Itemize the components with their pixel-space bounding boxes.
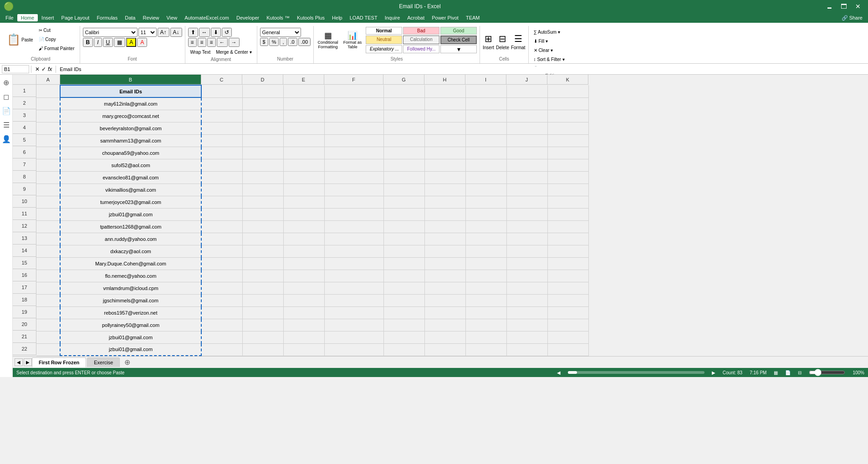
sidebar-icon-3[interactable]: 📄	[0, 105, 13, 117]
cell-k2[interactable]	[547, 97, 588, 110]
fill-color-button[interactable]: A	[126, 38, 136, 47]
cell-j16[interactable]	[506, 270, 547, 282]
sheet-tab-exercise[interactable]: Exercise	[87, 357, 120, 367]
cell-f21[interactable]	[324, 331, 383, 343]
cell-b20[interactable]: pollyrainey50@gmail.com	[60, 319, 201, 331]
cell-a5[interactable]	[36, 134, 60, 147]
cell-i5[interactable]	[465, 134, 506, 147]
menu-developer[interactable]: Developer	[233, 14, 263, 21]
cell-k10[interactable]	[547, 196, 588, 208]
cell-j19[interactable]	[506, 306, 547, 319]
cell-e14[interactable]	[283, 245, 324, 257]
style-calculation[interactable]: Calculation	[403, 36, 439, 44]
col-header-a[interactable]: A	[36, 75, 60, 85]
comma-button[interactable]: ,	[280, 38, 286, 46]
cell-a15[interactable]	[36, 257, 60, 270]
increase-font-button[interactable]: A↑	[158, 28, 169, 37]
cell-e12[interactable]	[283, 220, 324, 233]
cell-a9[interactable]	[36, 184, 60, 196]
wrap-text-button[interactable]: Wrap Text	[188, 48, 213, 56]
menu-kutools-plus[interactable]: Kutools Plus	[293, 14, 328, 21]
cell-h12[interactable]	[424, 220, 465, 233]
cell-d22[interactable]	[242, 343, 283, 356]
cell-e19[interactable]	[283, 306, 324, 319]
font-size-select[interactable]: 11	[138, 28, 157, 37]
paste-button[interactable]: 📋 Paste	[5, 26, 36, 53]
cell-k8[interactable]	[547, 171, 588, 184]
cell-h6[interactable]	[424, 147, 465, 159]
cell-d15[interactable]	[242, 257, 283, 270]
menu-power-pivot[interactable]: Power Pivot	[428, 14, 462, 21]
cell-h1[interactable]	[424, 85, 465, 97]
cell-a1[interactable]	[36, 85, 60, 97]
indent-increase-button[interactable]: →	[229, 38, 240, 47]
indent-decrease-button[interactable]: ←	[217, 38, 228, 47]
cell-i21[interactable]	[465, 331, 506, 343]
cell-h5[interactable]	[424, 134, 465, 147]
cell-reference-box[interactable]	[2, 65, 29, 73]
cell-h2[interactable]	[424, 97, 465, 110]
col-header-e[interactable]: E	[283, 75, 324, 85]
delete-button[interactable]: ⊟ Delete	[496, 33, 509, 50]
row-header-19[interactable]: 19	[13, 306, 36, 318]
cell-i9[interactable]	[465, 184, 506, 196]
cell-j17[interactable]	[506, 282, 547, 294]
cell-i3[interactable]	[465, 110, 506, 122]
cell-b7[interactable]: sufol52@aol.com	[60, 159, 201, 171]
cell-i4[interactable]	[465, 122, 506, 134]
cell-j13[interactable]	[506, 233, 547, 245]
cell-f13[interactable]	[324, 233, 383, 245]
cell-b11[interactable]: jzbui01@gmail.com	[60, 208, 201, 220]
menu-formulas[interactable]: Formulas	[93, 14, 121, 21]
cell-g13[interactable]	[383, 233, 424, 245]
cell-k16[interactable]	[547, 270, 588, 282]
cell-f1[interactable]	[324, 85, 383, 97]
cell-g9[interactable]	[383, 184, 424, 196]
align-right-button[interactable]: ≡	[207, 38, 216, 47]
cell-a19[interactable]	[36, 306, 60, 319]
styles-expand-button[interactable]: ▾	[440, 45, 477, 53]
cell-k15[interactable]	[547, 257, 588, 270]
cell-h20[interactable]	[424, 319, 465, 331]
cell-d14[interactable]	[242, 245, 283, 257]
cell-b12[interactable]: tpatterson1268@gmail.com	[60, 220, 201, 233]
add-sheet-button[interactable]: ⊕	[121, 357, 134, 367]
cell-g22[interactable]	[383, 343, 424, 356]
cell-g14[interactable]	[383, 245, 424, 257]
font-color-button[interactable]: A	[137, 38, 147, 47]
cell-f18[interactable]	[324, 294, 383, 306]
cell-e13[interactable]	[283, 233, 324, 245]
formula-confirm-icon[interactable]: ✓	[41, 66, 46, 72]
cell-k11[interactable]	[547, 208, 588, 220]
cell-j6[interactable]	[506, 147, 547, 159]
cell-g15[interactable]	[383, 257, 424, 270]
cell-d7[interactable]	[242, 159, 283, 171]
close-button[interactable]: ✕	[852, 0, 864, 13]
cell-f2[interactable]	[324, 97, 383, 110]
cell-h7[interactable]	[424, 159, 465, 171]
row-header-10[interactable]: 10	[13, 195, 36, 208]
cell-d5[interactable]	[242, 134, 283, 147]
cell-f14[interactable]	[324, 245, 383, 257]
menu-team[interactable]: TEAM	[462, 14, 484, 21]
cell-e10[interactable]	[283, 196, 324, 208]
cell-b2[interactable]: may612inla@gmail.com	[60, 97, 201, 110]
cell-j5[interactable]	[506, 134, 547, 147]
cell-a20[interactable]	[36, 319, 60, 331]
cell-e16[interactable]	[283, 270, 324, 282]
cell-g5[interactable]	[383, 134, 424, 147]
cell-e21[interactable]	[283, 331, 324, 343]
decrease-font-button[interactable]: A↓	[170, 28, 182, 37]
cell-f10[interactable]	[324, 196, 383, 208]
cell-h17[interactable]	[424, 282, 465, 294]
menu-data[interactable]: Data	[121, 14, 139, 21]
cell-b3[interactable]: mary.greco@comcast.net	[60, 110, 201, 122]
cell-d10[interactable]	[242, 196, 283, 208]
cell-h10[interactable]	[424, 196, 465, 208]
cell-f20[interactable]	[324, 319, 383, 331]
insert-button[interactable]: ⊞ Insert	[483, 33, 494, 50]
cell-j18[interactable]	[506, 294, 547, 306]
cell-g6[interactable]	[383, 147, 424, 159]
cell-c13[interactable]	[201, 233, 242, 245]
cell-d21[interactable]	[242, 331, 283, 343]
